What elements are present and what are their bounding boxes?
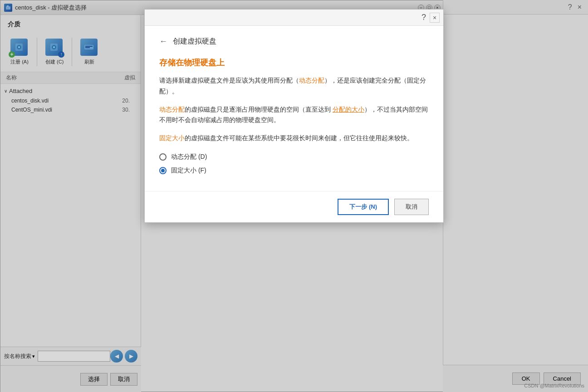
modal-para-2: 动态分配的虚拟磁盘只是逐渐占用物理硬盘的空间（直至达到 分配的大小），不过当其内… bbox=[159, 104, 429, 126]
radio-fixed-btn[interactable] bbox=[159, 167, 167, 174]
modal-close-btn[interactable]: × bbox=[430, 13, 440, 23]
next-button[interactable]: 下一步 (N) bbox=[338, 199, 389, 215]
radio-fixed[interactable]: 固定大小 (F) bbox=[159, 167, 429, 175]
modal-section-title: 存储在物理硬盘上 bbox=[159, 57, 429, 68]
back-arrow-icon[interactable]: ← bbox=[159, 37, 167, 46]
modal-help-btn[interactable]: ? bbox=[421, 13, 426, 22]
highlight-1: 动态分配 bbox=[299, 77, 324, 84]
modal-titlebar: ? × bbox=[145, 10, 443, 26]
radio-dynamic-btn[interactable] bbox=[159, 153, 167, 161]
modal-overlay: ? × ← 创建虚拟硬盘 存储在物理硬盘上 请选择新建虚拟硬盘文件是应该为其使用… bbox=[0, 0, 588, 392]
modal-nav-bar: ← 创建虚拟硬盘 bbox=[159, 37, 429, 46]
highlight-3: 分配的大小 bbox=[333, 106, 364, 113]
modal-footer: 下一步 (N) 取消 bbox=[145, 191, 443, 222]
highlight-4: 固定大小 bbox=[159, 134, 185, 142]
modal-dialog: ? × ← 创建虚拟硬盘 存储在物理硬盘上 请选择新建虚拟硬盘文件是应该为其使用… bbox=[144, 9, 444, 223]
modal-para-3: 固定大小的虚拟磁盘文件可能在某些系统中要花很长时间来创建，但它往往使用起来较快。 bbox=[159, 133, 429, 144]
modal-cancel-button[interactable]: 取消 bbox=[394, 199, 429, 215]
radio-dynamic[interactable]: 动态分配 (D) bbox=[159, 153, 429, 161]
modal-nav-title: 创建虚拟硬盘 bbox=[173, 37, 216, 46]
radio-group: 动态分配 (D) 固定大小 (F) bbox=[159, 153, 429, 175]
radio-fixed-label: 固定大小 (F) bbox=[171, 167, 206, 175]
highlight-2: 动态分配 bbox=[159, 106, 185, 113]
modal-para-1: 请选择新建虚拟硬盘文件是应该为其使用而分配（动态分配），还是应该创建完全分配（固… bbox=[159, 75, 429, 97]
radio-dynamic-label: 动态分配 (D) bbox=[171, 153, 207, 161]
modal-body: ← 创建虚拟硬盘 存储在物理硬盘上 请选择新建虚拟硬盘文件是应该为其使用而分配（… bbox=[145, 26, 443, 191]
